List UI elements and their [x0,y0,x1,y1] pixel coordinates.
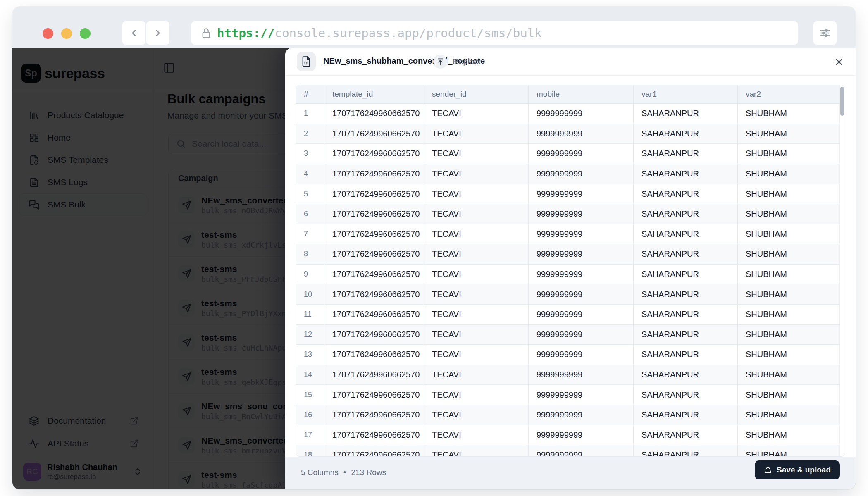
header-separator [427,55,427,68]
cell-sender-id: TECAVI [424,144,529,164]
cell-template-id: 1707176249960662570 [324,405,424,425]
window-zoom-button[interactable] [80,28,91,39]
cell-sender-id: TECAVI [424,164,529,184]
cell-template-id: 1707176249960662570 [324,124,424,144]
cell-mobile: 9999999999 [529,405,634,425]
cell-sender-id: TECAVI [424,224,529,244]
table-row: 21707176249960662570TECAVI9999999999SAHA… [296,124,845,144]
table-header-row: #template_idsender_idmobilevar1var2 [296,85,845,104]
row-number: 15 [296,385,324,405]
cell-var2: SHUBHAM [738,184,840,204]
cell-var2: SHUBHAM [738,445,840,457]
row-number: 9 [296,265,324,284]
cell-var1: SAHARANPUR [634,244,738,264]
cell-sender-id: TECAVI [424,265,529,284]
cell-var2: SHUBHAM [738,365,840,385]
browser-forward-button[interactable] [146,21,169,45]
cell-template-id: 1707176249960662570 [324,325,424,345]
row-number: 10 [296,284,324,304]
window-close-button[interactable] [43,28,53,39]
cell-var1: SAHARANPUR [634,425,738,445]
rows-count: 213 Rows [351,468,386,477]
cell-mobile: 9999999999 [529,164,634,184]
cell-mobile: 9999999999 [529,184,634,204]
cell-mobile: 9999999999 [529,365,634,385]
table-row: 131707176249960662570TECAVI9999999999SAH… [296,345,845,365]
row-number: 8 [296,244,324,264]
app-area: Sp surepass Products CatalogueHomeSMS Te… [12,48,856,489]
cell-var1: SAHARANPUR [634,325,738,345]
cell-var1: SAHARANPUR [634,104,738,124]
cell-mobile: 9999999999 [529,284,634,304]
row-number: 4 [296,164,324,184]
column-header-var2: var2 [738,85,840,103]
cell-mobile: 9999999999 [529,204,634,224]
url-scheme: https:// [217,26,275,40]
cell-mobile: 9999999999 [529,144,634,164]
cell-template-id: 1707176249960662570 [324,425,424,445]
table-row: 31707176249960662570TECAVI9999999999SAHA… [296,144,845,164]
cell-mobile: 9999999999 [529,445,634,457]
column-header-template-id: template_id [324,85,424,103]
cell-sender-id: TECAVI [424,184,529,204]
column-header-var1: var1 [634,85,738,103]
csv-preview-modal: NEw_sms_shubham_converted_noquote Replac… [285,48,856,489]
cell-var1: SAHARANPUR [634,345,738,365]
cell-template-id: 1707176249960662570 [324,224,424,244]
row-number: 18 [296,445,324,457]
cell-mobile: 9999999999 [529,345,634,365]
cell-var1: SAHARANPUR [634,365,738,385]
cell-sender-id: TECAVI [424,385,529,405]
cell-sender-id: TECAVI [424,365,529,385]
table-row: 181707176249960662570TECAVI9999999999SAH… [296,445,845,457]
browser-back-button[interactable] [122,21,145,45]
url-bar[interactable]: https:// console.surepass.app/product/sm… [191,21,798,45]
replace-label: Replace [453,57,483,67]
cell-sender-id: TECAVI [424,425,529,445]
cell-sender-id: TECAVI [424,305,529,324]
upload-icon [764,466,772,474]
row-number: 7 [296,224,324,244]
cell-var2: SHUBHAM [738,325,840,345]
replace-button[interactable]: Replace [433,53,483,70]
cell-var1: SAHARANPUR [634,224,738,244]
window-minimize-button[interactable] [61,28,72,39]
close-icon[interactable] [834,57,844,67]
cell-mobile: 9999999999 [529,104,634,124]
cell-sender-id: TECAVI [424,124,529,144]
cell-var2: SHUBHAM [738,144,840,164]
table-scrollbar-thumb[interactable] [840,87,844,116]
cell-template-id: 1707176249960662570 [324,284,424,304]
upload-arrow-icon [433,55,447,69]
table-row: 161707176249960662570TECAVI9999999999SAH… [296,405,845,425]
cell-template-id: 1707176249960662570 [324,445,424,457]
save-upload-button[interactable]: Save & upload [755,460,840,479]
cell-template-id: 1707176249960662570 [324,345,424,365]
cell-template-id: 1707176249960662570 [324,305,424,324]
cell-var2: SHUBHAM [738,345,840,365]
cell-var1: SAHARANPUR [634,204,738,224]
lock-icon [200,27,212,39]
cell-var1: SAHARANPUR [634,385,738,405]
table-body: 11707176249960662570TECAVI9999999999SAHA… [296,104,845,457]
cell-template-id: 1707176249960662570 [324,385,424,405]
browser-window: https:// console.surepass.app/product/sm… [12,7,856,489]
row-number: 3 [296,144,324,164]
row-number: 6 [296,204,324,224]
table-row: 41707176249960662570TECAVI9999999999SAHA… [296,164,845,184]
table-row: 71707176249960662570TECAVI9999999999SAHA… [296,224,845,245]
column-header-mobile: mobile [529,85,634,103]
cell-sender-id: TECAVI [424,244,529,264]
row-number: 5 [296,184,324,204]
browser-settings-button[interactable] [813,21,837,45]
row-number: 11 [296,305,324,324]
summary-separator: • [343,468,346,477]
row-number: 16 [296,405,324,425]
cell-var1: SAHARANPUR [634,405,738,425]
cell-var2: SHUBHAM [738,305,840,324]
cell-var2: SHUBHAM [738,405,840,425]
cell-sender-id: TECAVI [424,104,529,124]
save-upload-label: Save & upload [777,465,831,475]
cell-template-id: 1707176249960662570 [324,164,424,184]
cell-var1: SAHARANPUR [634,164,738,184]
